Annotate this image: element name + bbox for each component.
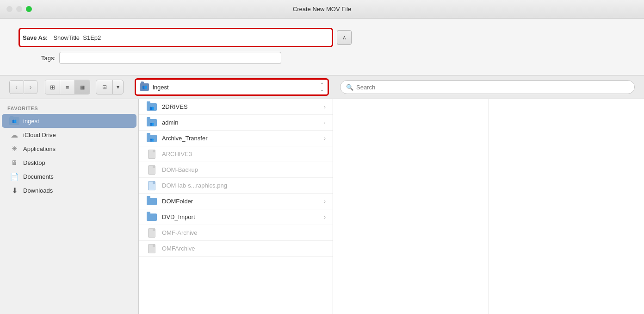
dropdown-arrow-icon: ▾ [117,84,119,90]
file-item-dvd-import[interactable]: DVD_Import › [139,209,333,225]
file-item-omf-archive[interactable]: OMF-Archive [139,225,333,241]
panel-far-right [489,99,644,314]
close-button[interactable] [6,6,12,12]
tags-input[interactable] [59,52,281,64]
save-as-label: Save As: [23,34,48,41]
file-name-domfolder: DOMFolder [162,198,320,205]
chevron-up-icon: ∧ [342,34,347,41]
location-drive-icon: 👥 [140,83,149,91]
sidebar-item-downloads[interactable]: ⬇ Downloads [2,183,136,197]
location-dropdown[interactable]: 👥 ingest ⌃ ⌄ [135,78,329,96]
sidebar-item-applications[interactable]: ✳ Applications [2,142,136,156]
sidebar-item-label-applications: Applications [23,145,56,152]
file-name-archive3: ARCHIVE3 [162,151,326,157]
back-button[interactable]: ‹ [9,80,23,94]
search-box: 🔍 [340,80,635,94]
stepper-icon: ⌃ ⌄ [320,82,324,92]
file-name-dom-lab: DOM-lab-s...raphics.png [162,182,326,189]
file-item-archive3[interactable]: ARCHIVE3 [139,146,333,162]
save-as-row: Save As: ∧ [19,28,625,47]
sidebar-item-label-desktop: Desktop [23,159,45,166]
network-icon: 👥 [12,119,17,123]
list-view-button[interactable]: ≡ [60,80,75,94]
downloads-icon: ⬇ [9,186,19,195]
file-name-omfarchive: OMFArchive [162,245,326,252]
location-name: ingest [153,84,320,91]
sidebar-item-icloud[interactable]: ☁ iCloud Drive [2,128,136,142]
file-item-archive-transfer[interactable]: 👥 Archive_Transfer › [139,131,333,146]
grid-icon: ⊞ [50,84,55,91]
panel-right [333,99,489,314]
arrow-icon-admin: › [324,119,326,126]
file-icon-omf-archive [146,228,157,238]
sidebar: Favorites 👥 ingest ☁ iCloud Drive [0,99,139,314]
search-input[interactable] [356,84,629,91]
group-dropdown-button[interactable]: ▾ [113,80,123,94]
nav-button-group: ‹ › [9,80,37,94]
file-list: 👥 2DRIVES › 👥 admin › [139,99,333,314]
file-name-admin: admin [162,119,320,126]
icloud-icon: ☁ [9,131,19,139]
dialog: Save As: ∧ Tags: ‹ › ⊞ [0,19,644,314]
column-view-button[interactable]: ▦ [75,80,90,94]
desktop-icon: 🖥 [9,158,19,167]
folder-icon-admin: 👥 [146,118,157,127]
folder-icon-dvd-import [146,213,157,222]
arrow-icon-dvd-import: › [324,214,326,220]
sidebar-item-label-documents: Documents [23,173,54,180]
group-view-button[interactable]: ⊟ [96,80,113,94]
arrow-icon-archive-transfer: › [324,135,326,142]
tags-label: Tags: [19,55,56,62]
folder-icon-archive-transfer: 👥 [146,134,157,143]
sidebar-item-desktop[interactable]: 🖥 Desktop [2,156,136,170]
save-as-input[interactable] [51,31,329,44]
folder-icon-domfolder [146,197,157,206]
file-item-omfarchive[interactable]: OMFArchive [139,241,333,257]
file-item-dom-backup[interactable]: DOM-Backup [139,162,333,178]
save-as-highlighted-box: Save As: [19,28,333,47]
file-icon-archive3 [146,150,157,159]
maximize-button[interactable] [26,6,32,12]
window-controls[interactable] [6,6,32,12]
file-item-2drives[interactable]: 👥 2DRIVES › [139,99,333,115]
titlebar: Create New MOV File [0,0,644,19]
list-icon: ≡ [66,84,69,91]
folder-icon-2drives: 👥 [146,102,157,112]
search-icon: 🔍 [346,84,353,91]
file-list-inner: 👥 2DRIVES › 👥 admin › [139,99,333,257]
file-name-dom-backup: DOM-Backup [162,166,326,173]
applications-icon: ✳ [9,144,19,153]
forward-icon: › [30,83,32,91]
arrow-icon-2drives: › [324,104,326,110]
file-name-dvd-import: DVD_Import [162,214,320,220]
file-icon-dom-lab [146,181,157,190]
people-icon: 👥 [142,85,147,89]
file-item-dom-lab[interactable]: DOM-lab-s...raphics.png [139,178,333,194]
save-section: Save As: ∧ Tags: [0,19,644,69]
grid-view-button[interactable]: ⊞ [45,80,60,94]
expand-button[interactable]: ∧ [337,30,352,45]
file-icon-omfarchive [146,244,157,253]
file-name-2drives: 2DRIVES [162,103,320,110]
back-icon: ‹ [15,83,18,91]
tags-row: Tags: [19,52,625,64]
file-item-admin[interactable]: 👥 admin › [139,115,333,131]
minimize-button[interactable] [16,6,22,12]
ingest-drive-icon: 👥 [9,117,19,125]
view-button-group: ⊞ ≡ ▦ [45,80,90,94]
file-icon-dom-backup [146,165,157,175]
file-item-domfolder[interactable]: DOMFolder › [139,194,333,209]
sidebar-item-label-downloads: Downloads [23,187,53,194]
documents-icon: 📄 [9,172,19,181]
sidebar-section-title: Favorites [0,106,138,114]
sidebar-item-label-icloud: iCloud Drive [23,132,56,138]
columns-icon: ▦ [80,84,85,90]
file-name-archive-transfer: Archive_Transfer [162,135,320,142]
content-area: Favorites 👥 ingest ☁ iCloud Drive [0,99,644,314]
forward-button[interactable]: › [24,80,37,94]
sidebar-item-ingest[interactable]: 👥 ingest [2,114,136,128]
arrow-icon-domfolder: › [324,198,326,205]
window-title: Create New MOV File [293,6,351,13]
sidebar-item-documents[interactable]: 📄 Documents [2,170,136,183]
file-name-omf-archive: OMF-Archive [162,229,326,236]
